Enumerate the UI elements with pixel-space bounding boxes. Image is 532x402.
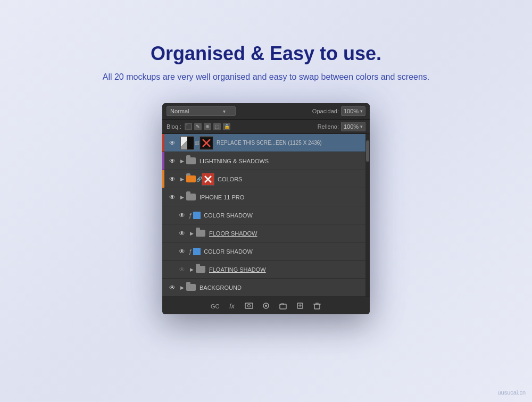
chevron-bg[interactable]: ▶ bbox=[178, 284, 186, 291]
bottom-toolbar: GO fx bbox=[162, 297, 370, 314]
eye-icon-lightning[interactable]: 👁 bbox=[167, 155, 178, 167]
lock-move-icon[interactable]: ⊕ bbox=[204, 123, 211, 130]
layer-lightning-shadows[interactable]: 👁 ▶ LIGHTNING & SHADOWS bbox=[162, 152, 370, 170]
fill-label: Relleno: bbox=[318, 123, 339, 130]
chevron-colors[interactable]: ▶ bbox=[178, 175, 186, 183]
eye-icon-floating[interactable]: 👁 bbox=[176, 264, 188, 275]
main-title: Organised & Easy to use. bbox=[103, 43, 430, 65]
layer-name-floating: FLOATING SHADOW bbox=[209, 266, 368, 273]
eye-icon-cs1[interactable]: 👁 bbox=[176, 210, 188, 221]
blend-mode-value: Normal bbox=[170, 108, 189, 114]
eye-icon-bg[interactable]: 👁 bbox=[167, 282, 178, 294]
header-section: Organised & Easy to use. All 20 mockups … bbox=[103, 43, 430, 82]
lock-icons: ⬛ ✎ ⊕ ⬚ 🔒 bbox=[185, 123, 230, 130]
lock-position-icon[interactable]: ✎ bbox=[194, 123, 202, 130]
blue-swatch-1 bbox=[193, 212, 201, 219]
svg-rect-14 bbox=[314, 304, 320, 309]
layer-name-iphone: IPHONE 11 PRO bbox=[200, 194, 368, 200]
chevron-iphone[interactable]: ▶ bbox=[178, 194, 186, 201]
colors-thumb bbox=[202, 173, 214, 186]
delete-layer-icon[interactable] bbox=[312, 300, 322, 311]
effect-symbol-2: ƒ bbox=[189, 248, 192, 255]
layer-floor-shadow[interactable]: 👁 ▶ FLOOR SHADOW bbox=[162, 224, 370, 242]
layer-thumb-replace bbox=[180, 136, 194, 150]
lock-artboard-icon[interactable]: ⬚ bbox=[213, 123, 221, 130]
layer-colors[interactable]: 👁 ▶ 🔗 COLORS bbox=[162, 170, 370, 188]
svg-rect-6 bbox=[245, 303, 253, 308]
eye-icon-replace-screen[interactable]: 👁 bbox=[167, 137, 178, 149]
layer-color-shadow-2[interactable]: 👁 ƒ COLOR SHADOW bbox=[162, 242, 370, 261]
folder-icon-lightning bbox=[186, 157, 196, 165]
lock-fill-bar: Bloq.: ⬛ ✎ ⊕ ⬚ 🔒 Relleno: 100% bbox=[162, 120, 370, 134]
layer-color-shadow-1[interactable]: 👁 ƒ COLOR SHADOW bbox=[162, 206, 370, 224]
x-mark-icon bbox=[201, 138, 212, 148]
lock-pixels-icon[interactable]: ⬛ bbox=[185, 123, 192, 130]
chain-icon-colors: 🔗 bbox=[196, 172, 202, 186]
layer-replace-screen[interactable]: 👁 ⛓ REPLACE THIS SCRE...EEN (1125 X 2436… bbox=[162, 134, 370, 152]
mask-thumb bbox=[200, 136, 213, 150]
scrollbar[interactable] bbox=[365, 134, 370, 297]
subtitle: All 20 mockups are very well organised a… bbox=[103, 72, 430, 82]
layer-name-lightning: LIGHTNING & SHADOWS bbox=[200, 158, 368, 164]
folder-icon-bg bbox=[186, 283, 196, 292]
watermark: uusucai.cn bbox=[497, 389, 526, 396]
folder-icon-floating bbox=[195, 265, 206, 274]
folder-icon-floor bbox=[195, 229, 206, 238]
new-fill-layer-icon[interactable] bbox=[244, 300, 254, 311]
x-colors-icon bbox=[204, 175, 212, 183]
folder-icon-iphone bbox=[186, 193, 196, 202]
chevron-floating[interactable]: ▶ bbox=[188, 266, 195, 273]
layer-name-floor: FLOOR SHADOW bbox=[209, 230, 368, 237]
layer-name-replace-screen: REPLACE THIS SCRE...EEN (1125 X 2436) bbox=[217, 140, 363, 146]
eye-icon-floor[interactable]: 👁 bbox=[176, 228, 188, 239]
lock-all-icon[interactable]: 🔒 bbox=[223, 123, 230, 130]
layer-iphone[interactable]: 👁 ▶ IPHONE 11 PRO bbox=[162, 188, 370, 206]
layer-name-colors: COLORS bbox=[218, 176, 368, 182]
layer-name-cs1: COLOR SHADOW bbox=[204, 212, 368, 219]
new-layer-icon[interactable] bbox=[295, 300, 305, 311]
layer-background[interactable]: 👁 ▶ BACKGROUND bbox=[162, 279, 370, 297]
new-group-icon[interactable] bbox=[278, 300, 288, 311]
layer-floating-shadow[interactable]: 👁 ▶ FLOATING SHADOW bbox=[162, 261, 370, 279]
opacity-label: Opacidad: bbox=[312, 108, 339, 114]
photoshop-panel: Normal Opacidad: 100% Bloq.: ⬛ ✎ ⊕ ⬚ 🔒 R… bbox=[162, 103, 370, 314]
lock-label: Bloq.: bbox=[167, 123, 181, 130]
blend-mode-dropdown[interactable]: Normal bbox=[167, 106, 236, 116]
svg-rect-10 bbox=[280, 304, 286, 309]
chain-icon: ⛓ bbox=[194, 136, 200, 150]
layer-mask-icon[interactable] bbox=[261, 300, 271, 311]
layers-list: 👁 ⛓ REPLACE THIS SCRE...EEN (1125 X 2436… bbox=[162, 134, 370, 297]
svg-point-9 bbox=[265, 305, 267, 307]
svg-point-7 bbox=[248, 305, 251, 307]
effect-symbol-1: ƒ bbox=[189, 212, 192, 219]
svg-text:GO: GO bbox=[211, 303, 219, 309]
go-icon[interactable]: GO bbox=[210, 300, 220, 311]
eye-icon-cs2[interactable]: 👁 bbox=[176, 246, 188, 257]
eye-icon-iphone[interactable]: 👁 bbox=[167, 191, 178, 203]
layer-name-cs2: COLOR SHADOW bbox=[204, 248, 368, 255]
blue-swatch-2 bbox=[193, 248, 201, 255]
opacity-group: Opacidad: 100% bbox=[312, 106, 365, 116]
accent-purple bbox=[162, 152, 164, 170]
eye-icon-colors[interactable]: 👁 bbox=[167, 173, 178, 185]
fill-group: Relleno: 100% bbox=[318, 122, 365, 131]
fx-icon[interactable]: fx bbox=[227, 300, 237, 311]
chevron-lightning[interactable]: ▶ bbox=[178, 157, 186, 165]
layer-name-bg: BACKGROUND bbox=[200, 284, 368, 291]
chevron-floor[interactable]: ▶ bbox=[188, 230, 195, 237]
fill-value[interactable]: 100% bbox=[341, 122, 365, 131]
scrollbar-thumb[interactable] bbox=[366, 140, 369, 162]
accent-red bbox=[162, 134, 164, 152]
blend-opacity-bar: Normal Opacidad: 100% bbox=[162, 103, 370, 120]
accent-orange bbox=[162, 170, 164, 188]
folder-icon-colors bbox=[186, 175, 196, 183]
opacity-value[interactable]: 100% bbox=[341, 106, 365, 116]
